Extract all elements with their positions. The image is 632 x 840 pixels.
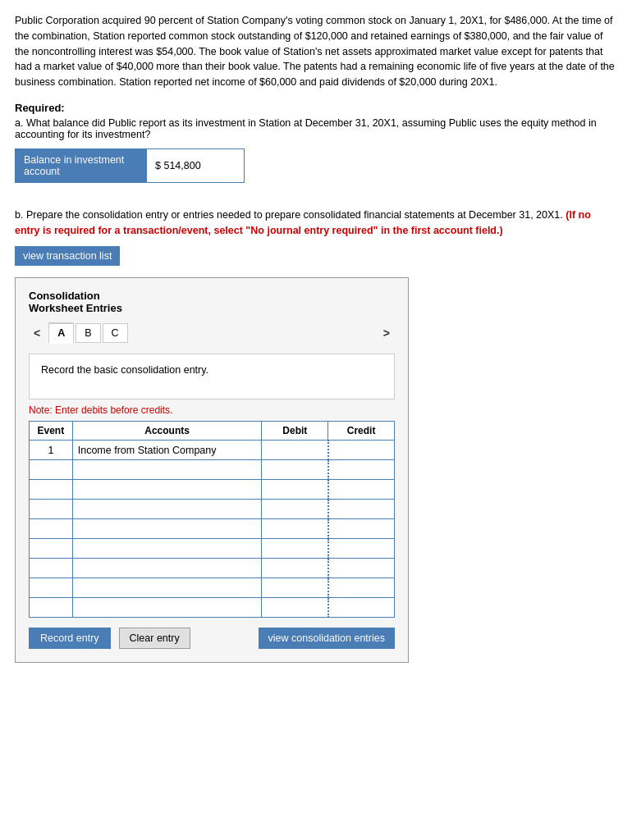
tab-a[interactable]: A	[48, 322, 74, 344]
account-cell[interactable]	[72, 460, 262, 480]
table-row	[30, 519, 395, 539]
view-transaction-list-button[interactable]: view transaction list	[15, 246, 120, 266]
debit-cell[interactable]	[262, 519, 328, 539]
table-row	[30, 500, 395, 519]
credit-cell[interactable]	[328, 500, 395, 519]
event-cell[interactable]	[30, 460, 73, 480]
table-row	[30, 539, 395, 559]
event-cell[interactable]	[30, 539, 73, 559]
account-cell[interactable]	[72, 578, 262, 598]
account-cell[interactable]	[72, 500, 262, 519]
table-row	[30, 460, 395, 480]
account-cell[interactable]: Income from Station Company	[72, 441, 262, 460]
event-cell[interactable]	[30, 480, 73, 500]
account-cell[interactable]	[72, 598, 262, 618]
table-row: 1Income from Station Company	[30, 441, 395, 460]
button-row: Record entry Clear entry view consolidat…	[29, 628, 395, 649]
instruction-box: Record the basic consolidation entry.	[29, 354, 395, 399]
table-row	[30, 480, 395, 500]
question-b: b. Prepare the consolidation entry or en…	[15, 208, 617, 239]
account-cell[interactable]	[72, 480, 262, 500]
balance-investment-box: Balance in investment account $ 514,800	[15, 148, 245, 183]
tab-b[interactable]: B	[76, 323, 100, 343]
tab-c[interactable]: C	[103, 323, 128, 343]
intro-paragraph: Public Corporation acquired 90 percent o…	[15, 13, 617, 90]
debit-cell[interactable]	[262, 598, 328, 618]
event-cell[interactable]	[30, 559, 73, 578]
accounts-col-header: Accounts	[72, 422, 262, 441]
debit-cell[interactable]	[262, 578, 328, 598]
credit-cell[interactable]	[328, 559, 395, 578]
clear-entry-button[interactable]: Clear entry	[119, 628, 190, 649]
consolidation-worksheet: Consolidation Worksheet Entries < A B C …	[15, 277, 409, 663]
tab-next-arrow[interactable]: >	[378, 325, 395, 341]
event-cell[interactable]: 1	[30, 441, 73, 460]
event-cell[interactable]	[30, 500, 73, 519]
credit-cell[interactable]	[328, 539, 395, 559]
debit-cell[interactable]	[262, 460, 328, 480]
tab-prev-arrow[interactable]: <	[29, 325, 45, 341]
credit-cell[interactable]	[328, 460, 395, 480]
instruction-text: Record the basic consolidation entry.	[41, 364, 208, 376]
event-cell[interactable]	[30, 519, 73, 539]
note-text: Note: Enter debits before credits.	[29, 404, 395, 416]
balance-label: Balance in investment account	[16, 149, 147, 182]
debit-col-header: Debit	[262, 422, 328, 441]
worksheet-title: Consolidation Worksheet Entries	[29, 290, 395, 314]
debit-cell[interactable]	[262, 500, 328, 519]
entry-table: Event Accounts Debit Credit 1Income from…	[29, 421, 395, 618]
question-b-text: b. Prepare the consolidation entry or en…	[15, 209, 566, 221]
credit-cell[interactable]	[328, 519, 395, 539]
credit-cell[interactable]	[328, 598, 395, 618]
table-row	[30, 559, 395, 578]
credit-cell[interactable]	[328, 578, 395, 598]
credit-cell[interactable]	[328, 441, 395, 460]
required-label: Required:	[15, 102, 617, 114]
question-a: a. What balance did Public report as its…	[15, 117, 617, 140]
table-row	[30, 598, 395, 618]
record-entry-button[interactable]: Record entry	[29, 628, 111, 649]
table-row	[30, 578, 395, 598]
debit-cell[interactable]	[262, 441, 328, 460]
debit-cell[interactable]	[262, 559, 328, 578]
debit-cell[interactable]	[262, 480, 328, 500]
event-cell[interactable]	[30, 598, 73, 618]
tab-navigation: < A B C >	[29, 322, 395, 344]
view-consolidation-entries-button[interactable]: view consolidation entries	[259, 628, 395, 649]
debit-cell[interactable]	[262, 539, 328, 559]
account-cell[interactable]	[72, 559, 262, 578]
event-cell[interactable]	[30, 578, 73, 598]
account-cell[interactable]	[72, 539, 262, 559]
account-cell[interactable]	[72, 519, 262, 539]
balance-value: $ 514,800	[147, 149, 209, 182]
credit-cell[interactable]	[328, 480, 395, 500]
event-col-header: Event	[30, 422, 73, 441]
credit-col-header: Credit	[328, 422, 395, 441]
